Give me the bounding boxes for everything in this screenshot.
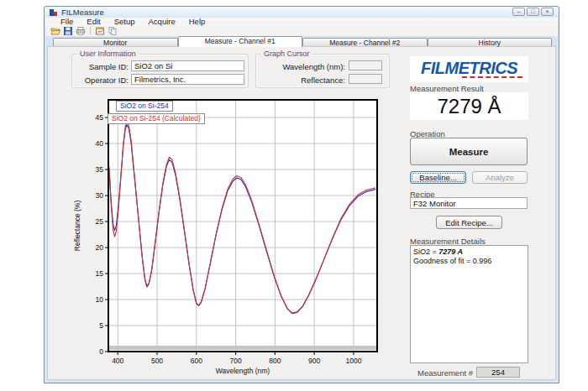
filmetrics-logo-dashes — [462, 76, 522, 78]
svg-text:15: 15 — [96, 269, 104, 278]
tab-monitor[interactable]: Monitor — [53, 38, 178, 46]
svg-text:1000: 1000 — [345, 357, 361, 365]
menu-help[interactable]: Help — [182, 18, 213, 26]
cursor-reflectance-field — [349, 74, 382, 84]
open-icon[interactable] — [50, 26, 60, 36]
svg-text:700: 700 — [229, 357, 241, 365]
legend-calculated: SiO2 on Si-254 (Calculated) — [108, 113, 205, 124]
save-icon[interactable] — [63, 26, 73, 36]
print-icon[interactable] — [76, 26, 86, 36]
graph-cursor-title: Graph Cursor — [261, 50, 312, 59]
svg-text:600: 600 — [191, 357, 202, 365]
user-information-title: User Information — [77, 50, 139, 59]
svg-text:20: 20 — [96, 243, 104, 252]
menu-setup[interactable]: Setup — [108, 18, 142, 26]
svg-text:35: 35 — [96, 165, 104, 174]
svg-text:Reflectance (%): Reflectance (%) — [73, 201, 81, 252]
svg-text:25: 25 — [96, 217, 104, 226]
export-icon[interactable] — [95, 26, 105, 36]
filmetrics-logo: FILMETRICS — [410, 56, 528, 82]
svg-text:45: 45 — [96, 113, 104, 122]
measurement-details-box[interactable]: SiO2 = 7279 A Goodness of fit = 0.996 — [410, 245, 528, 363]
svg-text:400: 400 — [112, 357, 123, 365]
baseline-button[interactable]: Baseline... — [410, 171, 466, 184]
svg-text:800: 800 — [269, 357, 281, 365]
cursor-wavelength-field — [349, 60, 382, 70]
svg-text:10: 10 — [96, 295, 104, 304]
tab-measure-channel-2[interactable]: Measure - Channel #2 — [302, 38, 428, 46]
edit-recipe-button[interactable]: Edit Recipe... — [436, 216, 502, 229]
svg-text:30: 30 — [96, 191, 104, 200]
menu-edit[interactable]: Edit — [80, 18, 107, 26]
legend-measured: SiO2 on Si-254 — [116, 101, 173, 112]
operator-id-label: Operator ID: — [48, 76, 129, 85]
toolbar-separator — [90, 27, 91, 35]
svg-text:900: 900 — [308, 357, 320, 365]
measurement-number-field — [476, 367, 520, 378]
app-window: FILMeasure – □ × File Edit Setup Acquire… — [44, 6, 559, 383]
svg-text:5: 5 — [99, 321, 103, 330]
sample-id-label: Sample ID: — [48, 62, 129, 71]
tab-history[interactable]: History — [428, 38, 553, 46]
panel-divider — [545, 49, 546, 378]
measure-button[interactable]: Measure — [410, 138, 528, 165]
details-line-2: Goodness of fit = 0.996 — [413, 257, 525, 266]
cursor-reflectance-label: Reflectance: — [259, 76, 345, 85]
copy-icon[interactable] — [108, 26, 118, 36]
tab-measure-channel-1[interactable]: Measure - Channel #1 — [178, 36, 303, 47]
svg-text:500: 500 — [151, 357, 163, 365]
recipe-input[interactable] — [410, 197, 528, 209]
measurement-number-label: Measurement # — [397, 368, 473, 378]
tab-strip: Monitor Measure - Channel #1 Measure - C… — [53, 36, 552, 46]
svg-text:Wavelength (nm): Wavelength (nm) — [216, 367, 270, 375]
maximize-icon[interactable]: □ — [527, 8, 539, 16]
sample-id-input[interactable] — [131, 60, 244, 71]
svg-text:0: 0 — [99, 347, 103, 356]
app-icon — [50, 9, 57, 16]
menu-file[interactable]: File — [54, 18, 80, 26]
measurement-result-value: 7279 Å — [410, 92, 528, 120]
analyze-button[interactable]: Analyze — [472, 171, 528, 184]
chart-plot-area[interactable]: 0510152025303540454005006007008009001000… — [60, 93, 404, 378]
menu-acquire[interactable]: Acquire — [142, 18, 182, 26]
cursor-wavelength-label: Wavelength (nm): — [259, 62, 345, 71]
reflectance-chart: 0510152025303540454005006007008009001000… — [60, 93, 404, 378]
close-icon[interactable]: × — [541, 8, 554, 16]
operator-id-input[interactable] — [131, 74, 244, 85]
details-line-1: SiO2 = 7279 A — [413, 248, 525, 257]
menu-bar: File Edit Setup Acquire Help — [45, 18, 558, 26]
svg-text:40: 40 — [96, 139, 104, 148]
minimize-icon[interactable]: – — [512, 8, 525, 16]
